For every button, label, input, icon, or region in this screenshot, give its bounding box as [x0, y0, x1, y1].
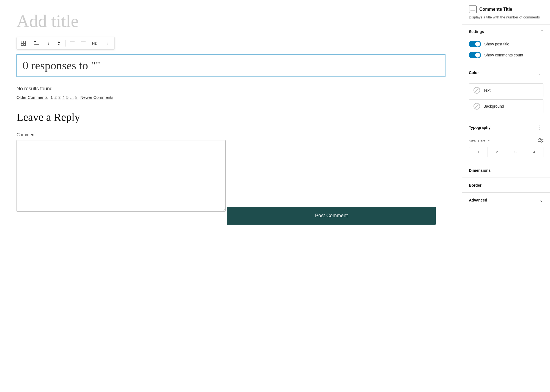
typography-more-options-icon[interactable]: ⋮	[536, 123, 543, 132]
newer-comments-link[interactable]: Newer Comments	[80, 95, 113, 100]
size-slider-icon[interactable]	[538, 138, 543, 144]
svg-point-25	[541, 141, 543, 142]
comment-label: Comment	[17, 132, 445, 137]
editor-area: Add title H2 ⋮ 0 responses to "" No resu…	[0, 0, 462, 392]
drag-handle-button[interactable]	[43, 38, 53, 48]
page-numbers: 1 2 3 4 5 ... 8	[50, 95, 78, 100]
typography-body: Size Default 1 2 3 4	[462, 136, 550, 163]
border-row[interactable]: Border	[462, 178, 550, 193]
border-title: Border	[469, 183, 481, 187]
page-ellipsis: ...	[70, 95, 74, 100]
add-title-placeholder[interactable]: Add title	[17, 11, 445, 31]
size-step-3[interactable]: 3	[506, 147, 525, 157]
size-row: Size Default	[469, 138, 543, 144]
pagination: Older Comments 1 2 3 4 5 ... 8 Newer Com…	[17, 95, 445, 100]
svg-rect-0	[21, 41, 23, 43]
comments-title-block[interactable]: 0 responses to ""	[17, 54, 445, 77]
size-step-1[interactable]: 1	[469, 147, 488, 157]
block-header: Comments Title Displays a title with the…	[462, 0, 550, 24]
page-2[interactable]: 2	[54, 95, 57, 100]
sidebar: Comments Title Displays a title with the…	[462, 0, 550, 392]
comment-textarea[interactable]	[17, 140, 226, 212]
text-color-circle	[474, 87, 480, 94]
leave-reply-heading: Leave a Reply	[17, 111, 445, 124]
background-color-slash-icon	[475, 104, 479, 108]
background-color-option[interactable]: Background	[469, 99, 543, 113]
svg-point-9	[47, 43, 47, 43]
show-comments-count-row: Show comments count	[469, 52, 543, 58]
dimensions-expand-icon[interactable]	[540, 167, 543, 173]
older-comments-link[interactable]: Older Comments	[17, 95, 48, 100]
show-post-title-label: Show post title	[484, 42, 509, 46]
toolbar-divider-1	[30, 40, 30, 47]
text-color-option[interactable]: Text	[469, 83, 543, 97]
svg-point-10	[48, 43, 49, 43]
more-options-button[interactable]: ⋮	[103, 38, 113, 48]
settings-section-header[interactable]: Settings ⌃	[462, 24, 550, 39]
align-left-button[interactable]	[67, 38, 77, 48]
size-step-4[interactable]: 4	[525, 147, 543, 157]
text-color-label: Text	[483, 88, 491, 92]
block-desc: Displays a title with the number of comm…	[469, 15, 543, 20]
show-comments-count-label: Show comments count	[484, 53, 523, 57]
page-5[interactable]: 5	[66, 95, 69, 100]
post-comment-button[interactable]: Post Comment	[227, 207, 436, 225]
typography-section: Typography ⋮ Size Default 1 2 3 4	[462, 119, 550, 163]
dimensions-title: Dimensions	[469, 168, 491, 173]
svg-point-23	[539, 138, 541, 140]
color-title: Color	[469, 70, 479, 75]
heading-h2-button[interactable]: H2	[89, 38, 99, 48]
background-color-circle	[474, 103, 480, 110]
toolbar-divider-3	[101, 40, 101, 47]
settings-body: Show post title Show comments count	[462, 39, 550, 64]
show-post-title-toggle[interactable]	[469, 41, 481, 47]
align-center-button[interactable]	[78, 38, 88, 48]
comments-title-text: 0 responses to ""	[23, 59, 100, 72]
color-section: Color ⋮ Text Background	[462, 64, 550, 119]
background-color-label: Background	[483, 104, 504, 108]
svg-point-8	[48, 42, 49, 42]
typography-section-header[interactable]: Typography ⋮	[462, 119, 550, 136]
toolbar-divider-2	[65, 40, 66, 47]
block-icon	[469, 6, 477, 13]
show-post-title-row: Show post title	[469, 41, 543, 47]
color-more-options-icon[interactable]: ⋮	[536, 69, 543, 77]
move-up-down-button[interactable]	[54, 38, 64, 48]
block-toolbar: H2 ⋮	[17, 37, 115, 50]
svg-point-12	[48, 44, 49, 45]
color-body: Text Background	[462, 81, 550, 119]
block-title-row: Comments Title	[469, 6, 543, 13]
no-results-text: No results found.	[17, 86, 445, 92]
typography-title: Typography	[469, 125, 491, 130]
svg-rect-1	[21, 43, 23, 45]
color-section-header[interactable]: Color ⋮	[462, 64, 550, 81]
comments-title-type-button[interactable]	[32, 38, 42, 48]
block-name: Comments Title	[479, 7, 512, 12]
settings-title: Settings	[469, 29, 484, 34]
settings-section: Settings ⌃ Show post title Show comments…	[462, 24, 550, 64]
page-4[interactable]: 4	[62, 95, 65, 100]
dimensions-row[interactable]: Dimensions	[462, 163, 550, 178]
border-expand-icon[interactable]	[540, 182, 543, 188]
advanced-row[interactable]: Advanced	[462, 193, 550, 208]
block-switcher-button[interactable]	[18, 38, 28, 48]
page-1[interactable]: 1	[50, 95, 53, 100]
settings-collapse-icon[interactable]: ⌃	[540, 29, 543, 34]
advanced-title: Advanced	[469, 198, 487, 202]
size-default-value: Default	[478, 139, 489, 143]
size-step-2[interactable]: 2	[488, 147, 507, 157]
svg-point-11	[47, 44, 47, 45]
size-label: Size	[469, 139, 476, 143]
text-color-slash-icon	[475, 88, 479, 92]
page-8[interactable]: 8	[75, 95, 78, 100]
svg-point-7	[47, 42, 47, 42]
svg-rect-3	[24, 43, 26, 45]
advanced-collapse-icon[interactable]	[539, 197, 543, 203]
svg-rect-2	[24, 41, 26, 43]
size-steps: 1 2 3 4	[469, 147, 543, 157]
page-3[interactable]: 3	[58, 95, 61, 100]
show-comments-count-toggle[interactable]	[469, 52, 481, 58]
